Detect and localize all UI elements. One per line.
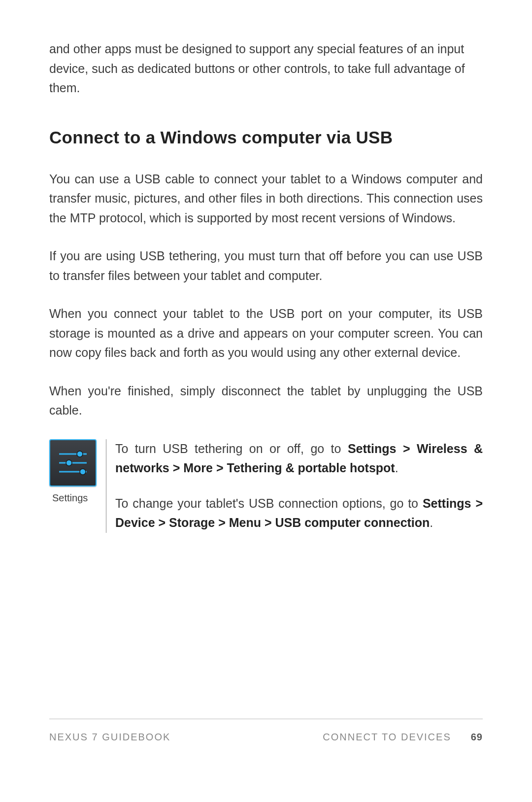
tip-divider: [106, 439, 106, 533]
settings-icon: [49, 439, 97, 487]
body-paragraph-1: You can use a USB cable to connect your …: [49, 170, 483, 228]
icon-caption: Settings: [52, 492, 88, 504]
page-number: 69: [471, 732, 483, 743]
tip-paragraph-1: To turn USB tethering on or off, go to S…: [115, 439, 483, 478]
svg-point-1: [77, 451, 83, 457]
footer-book-title: NEXUS 7 GUIDEBOOK: [49, 732, 170, 743]
tip1-pretext: To turn USB tethering on or off, go to: [115, 442, 348, 455]
tip2-posttext: .: [430, 516, 433, 529]
svg-point-5: [80, 469, 86, 475]
body-paragraph-4: When you're finished, simply disconnect …: [49, 382, 483, 420]
page-footer: NEXUS 7 GUIDEBOOK CONNECT TO DEVICES 69: [49, 719, 483, 743]
tip-paragraph-2: To change your tablet's USB connection o…: [115, 494, 483, 533]
footer-chapter-title: CONNECT TO DEVICES: [323, 732, 451, 743]
tip-block: Settings To turn USB tethering on or off…: [49, 439, 483, 533]
tip-left-column: Settings: [49, 439, 106, 533]
tip1-posttext: .: [395, 461, 399, 475]
body-paragraph-2: If you are using USB tethering, you must…: [49, 246, 483, 285]
body-paragraph-3: When you connect your tablet to the USB …: [49, 304, 483, 363]
tip-right-column: To turn USB tethering on or off, go to S…: [115, 439, 483, 533]
intro-paragraph: and other apps must be designed to suppo…: [49, 39, 483, 98]
svg-point-3: [66, 460, 72, 466]
section-heading: Connect to a Windows computer via USB: [49, 128, 483, 147]
tip2-pretext: To change your tablet's USB connection o…: [115, 496, 423, 510]
